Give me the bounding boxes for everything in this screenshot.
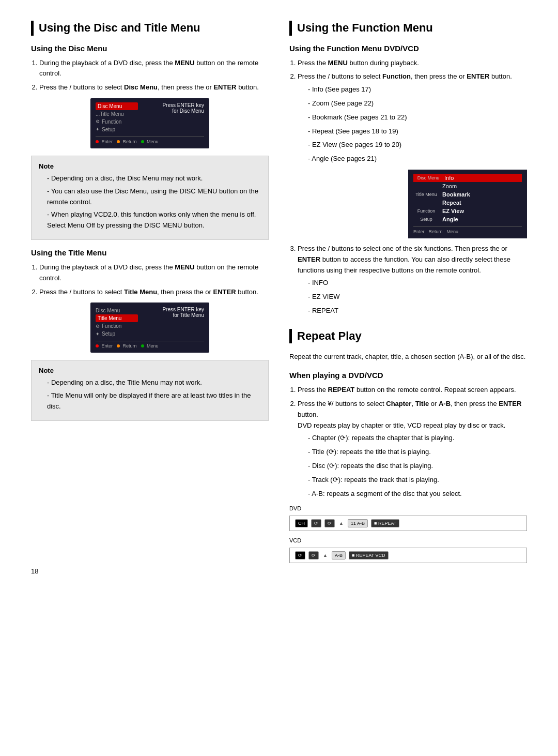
repeat-play-intro: Repeat the current track, chapter, title… — [289, 352, 527, 362]
note1-title: Note — [39, 162, 261, 170]
right-column: Using the Function Menu Using the Functi… — [289, 21, 527, 567]
when-playing-title: When playing a DVD/VCD — [289, 371, 527, 380]
dvd-vcd-step3: Press the / buttons to select one of the… — [289, 244, 527, 316]
func-screen-row-4: Repeat — [413, 199, 522, 207]
func-step3-bold: ENTER — [298, 255, 320, 263]
enter-bold2: ENTER — [499, 400, 521, 407]
title-screen-row-2: Title Menu — [96, 314, 138, 322]
title-menu-bold: MENU — [175, 263, 194, 271]
title-screen-enter-note: Press ENTER key for Title Menu — [158, 307, 204, 338]
func-screen-row-3: Title Menu Bookmark — [413, 190, 522, 199]
title-screen-row-4: ✦ Setup — [96, 330, 138, 338]
repeat-play-title: Repeat Play — [289, 329, 527, 344]
func-screen-row-2: Zoom — [413, 182, 522, 190]
note-box-1: Note Depending on a disc, the Disc Menu … — [31, 156, 269, 240]
dvd-label: DVD — [289, 505, 527, 511]
dvd-disc-btn: ⟳ — [324, 519, 335, 527]
func-screen-row-5: Function EZ View — [413, 207, 522, 215]
note-box-2: Note Depending on a disc, the Title Menu… — [31, 360, 269, 420]
note1-item-3: When playing VCD2.0, this function works… — [47, 209, 261, 231]
note2-item-1: Depending on a disc, the Title Menu may … — [47, 377, 261, 388]
repeat-bold: REPEAT — [328, 386, 355, 394]
func-bold: Function — [382, 72, 411, 80]
disc-menu-step1: During the playback of a DVD disc, press… — [39, 58, 269, 80]
disc-menu-title: Using the Disc Menu — [31, 44, 269, 53]
title-menu-screen: Disc Menu Title Menu ⚙ Function ✦ Setup — [90, 303, 209, 353]
func-screen-row-6: Setup Angle — [413, 215, 522, 223]
note2-list: Depending on a disc, the Title Menu may … — [39, 377, 261, 412]
note2-title: Note — [39, 367, 261, 374]
dvd-repeat-section: DVD CH ⟳ ⟳ ▲ 11 A-B ■ REPEAT — [289, 505, 527, 531]
dvd-repeat-bar: CH ⟳ ⟳ ▲ 11 A-B ■ REPEAT — [289, 516, 527, 531]
disc-menu-enter-note: Press ENTER key for Disc Menu — [158, 102, 204, 133]
enter-bold: ENTER — [213, 83, 236, 91]
func-enter-bold: ENTER — [467, 72, 489, 80]
vcd-label: VCD — [289, 537, 527, 543]
dvd-title-btn: ⟳ — [311, 519, 321, 527]
func-step3: Press the / buttons to select one of the… — [298, 244, 527, 316]
vcd-repeat-bar: ⟳ ⟳ ▲ A-B ■ REPEAT VCD — [289, 548, 527, 563]
note1-item-1: Depending on a disc, the Disc Menu may n… — [47, 173, 261, 184]
title-menu-bold2: Title Menu — [124, 288, 157, 296]
main-title: Using the Disc and Title Menu — [31, 21, 269, 36]
title-menu-step2: Press the / buttons to select Title Menu… — [39, 287, 269, 298]
dvd-vcd-title: Using the Function Menu DVD/VCD — [289, 44, 527, 53]
title-menu-step1: During the playback of a DVD disc, press… — [39, 262, 269, 284]
left-column: Using the Disc and Title Menu Using the … — [31, 21, 269, 567]
func-screen-bottom: Enter Return Menu — [413, 226, 522, 234]
disc-menu-screen: Disc Menu ...Title Menu ⚙ Function ✦ Set… — [90, 98, 209, 148]
disc-menu-bottom: Enter Return Menu — [96, 137, 204, 144]
title-screen-bottom: Enter Return Menu — [96, 341, 204, 349]
function-menu-screen: Disc Menu Info Zoom Title Menu Bookmark … — [408, 170, 527, 238]
dvd-vcd-steps: Press the MENU button during playback. P… — [289, 58, 527, 164]
dvd-ch-btn: CH — [295, 519, 308, 527]
func-screen-row-1: Disc Menu Info — [413, 174, 522, 182]
dvd-repeat-active-btn: ■ REPEAT — [371, 519, 399, 527]
note1-list: Depending on a disc, the Disc Menu may n… — [39, 173, 261, 231]
func-step2: Press the / buttons to select Function, … — [298, 71, 527, 164]
page-number: 18 — [31, 567, 527, 575]
title-screen-row-1: Disc Menu — [96, 307, 138, 314]
page-container: Using the Disc and Title Menu Using the … — [31, 21, 527, 567]
title-enter-bold: ENTER — [213, 288, 236, 296]
disc-menu-row-1: Disc Menu — [96, 102, 138, 110]
vcd-track-btn: ⟳ — [308, 551, 319, 560]
disc-menu-bold: Disc Menu — [124, 83, 158, 91]
vcd-ab-btn: A-B — [332, 551, 346, 560]
chapter-bold: Chapter — [386, 400, 411, 407]
function-menu-title: Using the Function Menu — [289, 21, 527, 36]
disc-menu-row-2: ...Title Menu — [96, 110, 138, 118]
repeat-step2: Press the ¥/ buttons to select Chapter, … — [298, 399, 527, 499]
repeat-play-steps: Press the REPEAT button on the remote co… — [289, 385, 527, 499]
repeat-step1: Press the REPEAT button on the remote co… — [298, 385, 527, 396]
disc-menu-step2: Press the / buttons to select Disc Menu,… — [39, 82, 269, 93]
note2-item-2: Title Menu will only be displayed if the… — [47, 390, 261, 412]
repeat-bullets: Chapter (⟳): repeats the chapter that is… — [298, 433, 527, 499]
func-step2-list: Info (See pages 17) Zoom (See page 22) B… — [298, 84, 527, 164]
title-menu-title: Using the Title Menu — [31, 248, 269, 257]
menu-bold: MENU — [175, 59, 194, 67]
vcd-repeat-active-btn: ■ REPEAT VCD — [349, 551, 389, 560]
note1-item-2: You can also use the Disc Menu, using th… — [47, 186, 261, 208]
vcd-repeat-section: VCD ⟳ ⟳ ▲ A-B ■ REPEAT VCD — [289, 537, 527, 563]
dvd-ab-btn: 11 A-B — [348, 519, 368, 527]
func-menu-bold: MENU — [328, 59, 348, 67]
func-step1: Press the MENU button during playback. — [298, 58, 527, 69]
disc-menu-steps: During the playback of a DVD disc, press… — [31, 58, 269, 93]
disc-menu-row-3: ⚙ Function — [96, 118, 138, 126]
title-menu-steps: During the playback of a DVD disc, press… — [31, 262, 269, 297]
vcd-disc-btn: ⟳ — [295, 551, 305, 560]
title-screen-row-3: ⚙ Function — [96, 322, 138, 330]
title-bold: Title — [415, 400, 429, 407]
func-step3-list: INFO EZ VIEW REPEAT — [298, 278, 527, 316]
disc-menu-row-4: ✦ Setup — [96, 126, 138, 133]
ab-bold: A-B — [439, 400, 451, 407]
